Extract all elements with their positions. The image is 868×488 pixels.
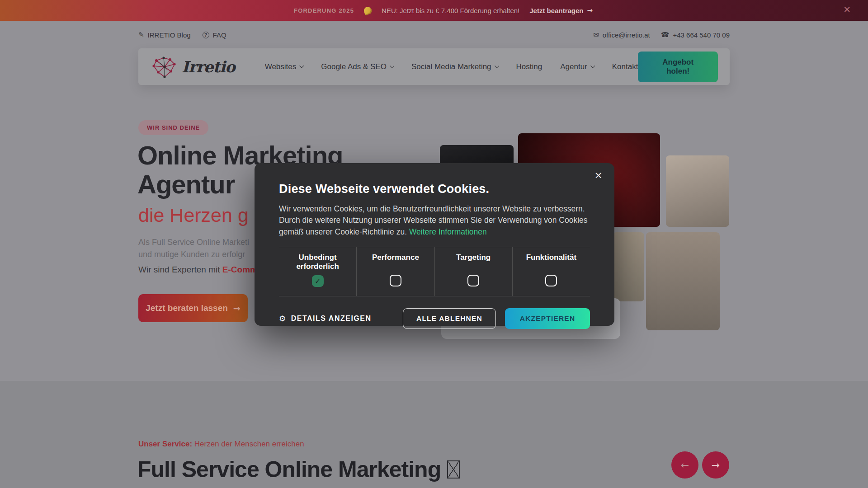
chevron-down-icon xyxy=(590,63,595,68)
nav-item-hosting[interactable]: Hosting xyxy=(516,62,542,71)
banner-badge: FÖRDERUNG 2025 xyxy=(294,7,354,14)
pencil-icon: ✎ xyxy=(138,31,144,39)
utility-topbar: ✎ IRRETIO Blog ? FAQ ✉ office@irretio.at… xyxy=(138,28,730,42)
cookie-category-label: Performance xyxy=(359,253,431,270)
cookie-consent-modal: × Diese Webseite verwendet Cookies. Wir … xyxy=(255,163,614,326)
nav-item-label: Kontakt xyxy=(612,62,638,71)
hero-experts-line: Wir sind Experten mit E-Comm xyxy=(138,265,258,275)
hero-paragraph-line1: Als Full Service Online Marketi xyxy=(138,236,249,249)
email-text: office@irretio.at xyxy=(603,31,650,39)
blog-link-label: IRRETIO Blog xyxy=(148,31,191,39)
checkbox-strictly-necessary[interactable]: ✓ xyxy=(312,275,324,287)
cookie-modal-actions: ⚙ DETAILS ANZEIGEN ALLE ABLEHNEN AKZEPTI… xyxy=(279,308,590,329)
photo-team-group xyxy=(646,232,720,330)
chevron-down-icon xyxy=(390,63,394,68)
details-button[interactable]: ⚙ DETAILS ANZEIGEN xyxy=(279,314,372,323)
modal-close-icon[interactable]: × xyxy=(594,170,603,180)
cookie-modal-body: Wir verwenden Cookies, um die Benutzerfr… xyxy=(279,203,590,238)
more-information-link[interactable]: Weitere Informationen xyxy=(409,227,487,236)
services-title-text: Full Service Online Marketing xyxy=(137,456,441,483)
hero-experts-highlight: E-Comm xyxy=(222,265,258,274)
irretio-logo[interactable]: Irretio xyxy=(150,54,235,80)
main-navbar: Irretio Websites Google Ads & SEO Social… xyxy=(138,48,730,85)
consultation-button-label: Jetzt beraten lassen xyxy=(146,303,228,313)
cookie-category-targeting: Targeting xyxy=(434,247,512,296)
faq-link[interactable]: ? FAQ xyxy=(203,31,226,39)
cookie-category-performance: Performance xyxy=(356,247,434,296)
phone-icon: ☎ xyxy=(661,31,670,39)
checkbox-performance[interactable] xyxy=(390,275,401,286)
services-label: Unser Service: Herzen der Menschen errei… xyxy=(138,440,304,449)
gear-icon: ⚙ xyxy=(279,314,287,323)
mail-icon: ✉ xyxy=(593,31,599,39)
nav-item-social-media-marketing[interactable]: Social Media Marketing xyxy=(411,62,498,71)
get-offer-button[interactable]: Angebot holen! xyxy=(638,52,718,82)
missing-glyph-box xyxy=(447,460,460,479)
banner-close-icon[interactable]: × xyxy=(843,5,851,14)
photo-team-exercise-bike xyxy=(666,155,729,227)
announcement-banner: FÖRDERUNG 2025 NEU: Jetzt bis zu € 7.400… xyxy=(0,0,868,21)
services-label-rest: Herzen der Menschen erreichen xyxy=(192,440,304,448)
photo-ceiling-pipes xyxy=(613,232,644,301)
chevron-down-icon xyxy=(300,63,304,68)
banner-cta-link[interactable]: Jetzt beantragen → xyxy=(529,6,593,14)
page: FÖRDERUNG 2025 NEU: Jetzt bis zu € 7.400… xyxy=(0,0,868,488)
hero-badge: WIR SIND DEINE xyxy=(138,120,208,135)
checkbox-functionality[interactable] xyxy=(545,275,557,286)
nav-item-websites[interactable]: Websites xyxy=(265,62,303,71)
consultation-button[interactable]: Jetzt beraten lassen → xyxy=(138,294,248,322)
phone-link[interactable]: ☎ +43 664 540 70 09 xyxy=(661,31,730,39)
cookie-categories: Unbedingt erforderlich ✓ Performance Tar… xyxy=(279,247,590,296)
details-button-label: DETAILS ANZEIGEN xyxy=(291,314,372,323)
reject-all-button[interactable]: ALLE ABLEHNEN xyxy=(403,308,496,329)
nav-item-label: Google Ads & SEO xyxy=(321,62,387,71)
question-circle-icon: ? xyxy=(203,32,209,38)
nav-item-label: Agentur xyxy=(560,62,587,71)
cookie-category-label: Unbedingt erforderlich xyxy=(282,253,354,271)
cookie-category-strictly-necessary: Unbedingt erforderlich ✓ xyxy=(279,247,356,296)
arrow-right-icon: → xyxy=(233,303,241,313)
nav-item-label: Social Media Marketing xyxy=(411,62,491,71)
accept-button[interactable]: AKZEPTIEREN xyxy=(505,308,590,329)
faq-link-label: FAQ xyxy=(213,31,226,39)
services-label-prefix: Unser Service: xyxy=(138,440,192,448)
cookie-modal-title: Diese Webseite verwendet Cookies. xyxy=(279,182,590,196)
carousel-next-button[interactable]: → xyxy=(702,451,729,479)
hero-subtitle: die Herzen g xyxy=(138,204,249,226)
hero-paragraph: Als Full Service Online Marketi und muti… xyxy=(138,236,249,261)
banner-message: NEU: Jetzt bis zu € 7.400 Förderung erha… xyxy=(382,7,519,14)
cookie-category-label: Funktionalität xyxy=(515,253,587,270)
nav-links: Websites Google Ads & SEO Social Media M… xyxy=(265,62,638,71)
waving-hand-icon xyxy=(363,5,373,15)
blog-link[interactable]: ✎ IRRETIO Blog xyxy=(138,31,191,39)
nav-item-label: Websites xyxy=(265,62,297,71)
nav-item-kontakt[interactable]: Kontakt xyxy=(612,62,638,71)
services-title: Full Service Online Marketing xyxy=(137,456,460,483)
chevron-down-icon xyxy=(495,63,499,68)
carousel-prev-button[interactable]: ← xyxy=(671,451,698,479)
cookie-category-label: Targeting xyxy=(438,253,509,270)
nav-item-agentur[interactable]: Agentur xyxy=(560,62,594,71)
nav-item-label: Hosting xyxy=(516,62,542,71)
checkbox-targeting[interactable] xyxy=(467,275,479,286)
logo-network-heart-icon xyxy=(150,54,179,80)
arrow-right-icon: → xyxy=(587,6,593,14)
nav-item-google-ads-seo[interactable]: Google Ads & SEO xyxy=(321,62,393,71)
logo-wordmark: Irretio xyxy=(182,58,235,76)
phone-text: +43 664 540 70 09 xyxy=(673,31,730,39)
cookie-category-functionality: Funktionalität xyxy=(512,247,590,296)
banner-cta-label: Jetzt beantragen xyxy=(529,7,583,14)
hero-paragraph-line2: und mutige Kunden zu erfolgr xyxy=(138,249,249,261)
email-link[interactable]: ✉ office@irretio.at xyxy=(593,31,650,39)
hero-experts-prefix: Wir sind Experten mit xyxy=(138,265,222,274)
